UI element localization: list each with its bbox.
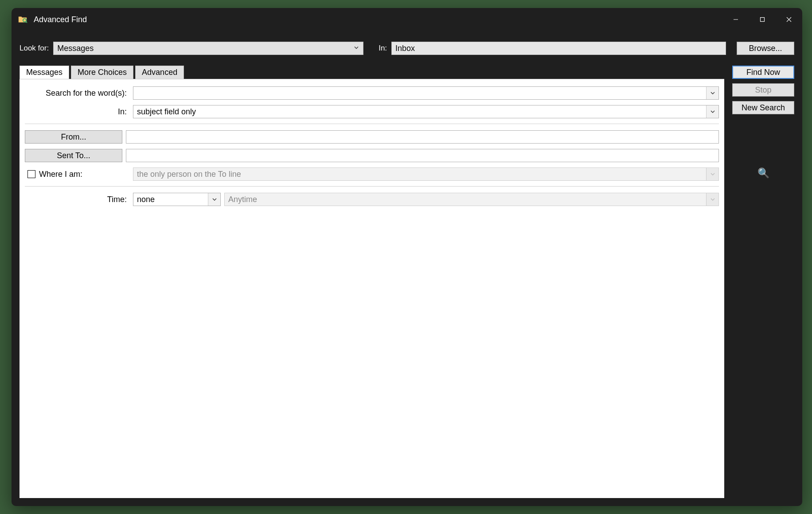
advanced-find-window: Advanced Find Look for: Messages In: Inb… [12, 8, 802, 506]
search-words-label: Search for the word(s): [25, 89, 129, 98]
sent-to-field[interactable] [126, 149, 719, 162]
from-button[interactable]: From... [25, 130, 122, 144]
separator [25, 124, 719, 124]
tab-more-choices[interactable]: More Choices [71, 66, 133, 79]
action-column: Find Now Stop New Search 🔍 [732, 66, 794, 498]
window-controls [722, 8, 802, 31]
from-field[interactable] [126, 130, 719, 144]
search-scope-row: Look for: Messages In: Inbox Browse... [12, 31, 802, 55]
sent-to-button[interactable]: Sent To... [25, 149, 122, 162]
time-type-combo[interactable]: none [133, 193, 221, 206]
chevron-down-icon [706, 168, 718, 180]
stop-button: Stop [732, 83, 794, 97]
content-column: Messages More Choices Advanced Search fo… [20, 66, 724, 498]
where-i-am-checkbox[interactable] [27, 170, 35, 178]
magnifier-icon: 🔍 [757, 167, 769, 179]
where-i-am-combo: the only person on the To line [133, 167, 719, 181]
where-i-am-label: Where I am: [39, 170, 82, 179]
close-button[interactable] [776, 8, 802, 31]
search-in-combo[interactable]: subject field only [133, 105, 719, 118]
chevron-down-icon[interactable] [208, 193, 220, 206]
in-label: In: [379, 44, 387, 53]
tab-messages[interactable]: Messages [20, 66, 69, 79]
time-label: Time: [25, 195, 129, 204]
look-for-value: Messages [57, 44, 94, 53]
svg-line-1 [26, 22, 27, 23]
time-range-combo: Anytime [224, 193, 719, 206]
in-folder-field[interactable]: Inbox [391, 42, 726, 55]
svg-rect-3 [761, 18, 765, 22]
maximize-button[interactable] [749, 8, 776, 31]
chevron-down-icon[interactable] [706, 105, 718, 118]
chevron-down-icon [353, 44, 359, 53]
find-now-button[interactable]: Find Now [732, 66, 794, 79]
in-folder-value: Inbox [395, 44, 415, 53]
folder-search-icon [18, 15, 27, 24]
tabstrip: Messages More Choices Advanced [20, 66, 724, 79]
search-in-label: In: [25, 107, 129, 117]
minimize-button[interactable] [722, 8, 749, 31]
titlebar: Advanced Find [12, 8, 802, 31]
browse-button[interactable]: Browse... [737, 42, 794, 55]
separator [25, 186, 719, 187]
chevron-down-icon[interactable] [706, 87, 718, 99]
window-title: Advanced Find [34, 15, 87, 24]
chevron-down-icon [706, 193, 718, 206]
search-words-input[interactable] [133, 86, 719, 100]
look-for-combo[interactable]: Messages [53, 42, 363, 55]
main-row: Messages More Choices Advanced Search fo… [12, 55, 802, 506]
tab-advanced[interactable]: Advanced [135, 66, 184, 79]
look-for-label: Look for: [20, 44, 49, 53]
new-search-button[interactable]: New Search [732, 101, 794, 114]
messages-panel: Search for the word(s): In: subject fiel… [20, 79, 724, 498]
